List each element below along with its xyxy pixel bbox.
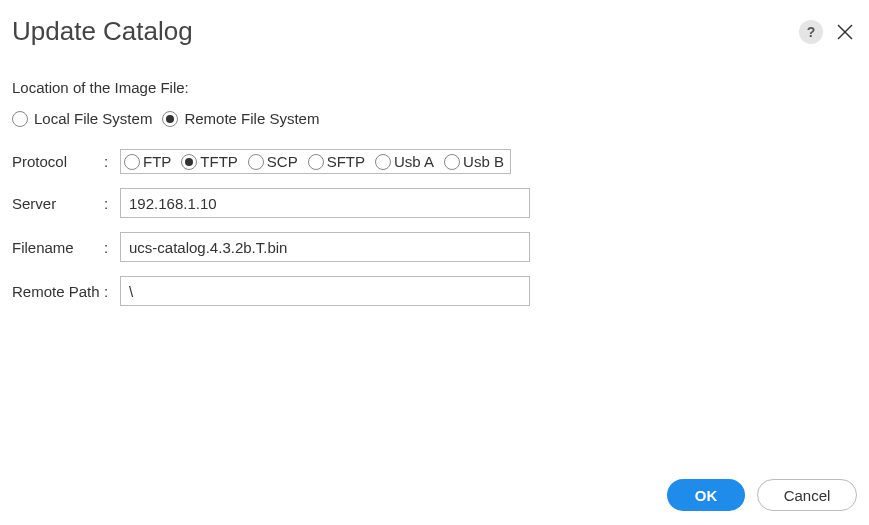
radio-tftp[interactable]: TFTP (181, 153, 238, 170)
cancel-button-label: Cancel (784, 487, 831, 504)
server-input[interactable] (120, 188, 530, 218)
colon: : (104, 239, 120, 256)
dialog-header: Update Catalog ? (12, 16, 857, 47)
header-actions: ? (799, 20, 857, 44)
radio-label: FTP (143, 153, 171, 170)
radio-icon (375, 154, 391, 170)
radio-remote-file-system[interactable]: Remote File System (162, 110, 319, 127)
help-icon: ? (807, 24, 816, 40)
protocol-row: Protocol : FTP TFTP SCP SFTP Usb A Usb B (12, 149, 857, 174)
radio-icon (248, 154, 264, 170)
radio-usb-a[interactable]: Usb A (375, 153, 434, 170)
cancel-button[interactable]: Cancel (757, 479, 857, 511)
filename-row: Filename : (12, 232, 857, 262)
close-button[interactable] (833, 20, 857, 44)
remote-path-label: Remote Path (12, 283, 104, 300)
ok-button[interactable]: OK (667, 479, 745, 511)
radio-icon-selected (181, 154, 197, 170)
close-icon (836, 23, 854, 41)
radio-icon (444, 154, 460, 170)
radio-sftp[interactable]: SFTP (308, 153, 365, 170)
server-row: Server : (12, 188, 857, 218)
radio-label: Usb B (463, 153, 504, 170)
radio-label: SFTP (327, 153, 365, 170)
colon: : (104, 153, 120, 170)
location-label: Location of the Image File: (12, 79, 857, 96)
filename-input[interactable] (120, 232, 530, 262)
radio-label: Usb A (394, 153, 434, 170)
radio-usb-b[interactable]: Usb B (444, 153, 504, 170)
radio-ftp[interactable]: FTP (124, 153, 171, 170)
radio-icon (308, 154, 324, 170)
radio-label: Remote File System (184, 110, 319, 127)
ok-button-label: OK (695, 487, 718, 504)
colon: : (104, 283, 120, 300)
radio-label: Local File System (34, 110, 152, 127)
dialog-title: Update Catalog (12, 16, 193, 47)
radio-icon-selected (162, 111, 178, 127)
protocol-label: Protocol (12, 153, 104, 170)
server-label: Server (12, 195, 104, 212)
radio-local-file-system[interactable]: Local File System (12, 110, 152, 127)
dialog-footer: OK Cancel (667, 479, 857, 511)
radio-icon (124, 154, 140, 170)
colon: : (104, 195, 120, 212)
radio-label: SCP (267, 153, 298, 170)
radio-icon (12, 111, 28, 127)
remote-path-row: Remote Path : (12, 276, 857, 306)
radio-scp[interactable]: SCP (248, 153, 298, 170)
radio-label: TFTP (200, 153, 238, 170)
filename-label: Filename (12, 239, 104, 256)
protocol-radio-group: FTP TFTP SCP SFTP Usb A Usb B (120, 149, 511, 174)
location-radio-group: Local File System Remote File System (12, 110, 857, 127)
help-button[interactable]: ? (799, 20, 823, 44)
remote-path-input[interactable] (120, 276, 530, 306)
